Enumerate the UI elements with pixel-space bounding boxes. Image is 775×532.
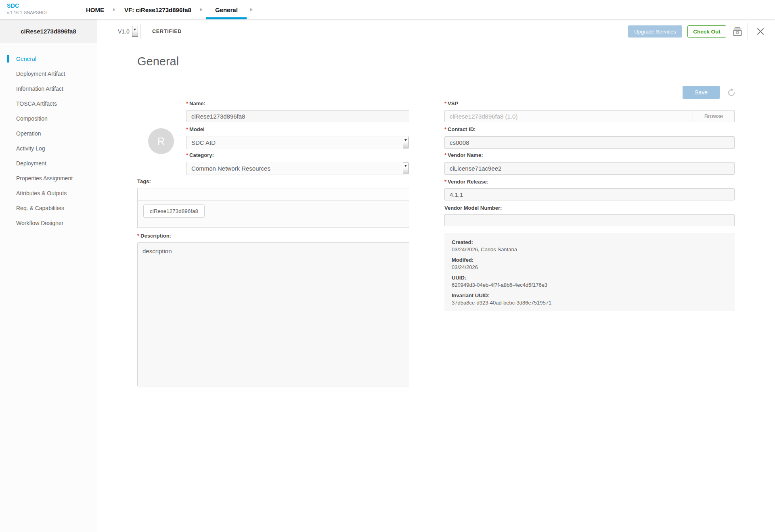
breadcrumb: HOME VF: ciRese1273d896fa8 General xyxy=(81,0,256,19)
vendor-model-number-input[interactable] xyxy=(444,214,735,226)
contact-id-input[interactable] xyxy=(444,136,735,149)
name-input[interactable] xyxy=(186,110,409,122)
sidebar-item-label: Properties Assignment xyxy=(16,175,73,182)
contact-id-label: *Contact ID: xyxy=(444,126,475,132)
required-marker: * xyxy=(444,126,446,132)
meta-label: Invariant UUID: xyxy=(452,292,727,299)
upgrade-services-button[interactable]: Upgrade Services xyxy=(628,25,682,38)
required-marker: * xyxy=(444,152,446,158)
sidebar-item-label: Deployment Artifact xyxy=(16,71,65,77)
tags-label: Tags: xyxy=(137,178,151,184)
archive-icon[interactable] xyxy=(732,26,743,37)
close-icon[interactable] xyxy=(756,27,765,36)
meta-uuid: UUID: 620949d3-04eb-4f7f-a8b6-4ec4d5f176… xyxy=(452,274,727,289)
breadcrumb-home[interactable]: HOME xyxy=(81,0,109,19)
vendor-release-label: *Vendor Release: xyxy=(444,179,488,185)
sidebar-item-activity-log[interactable]: Activity Log xyxy=(0,141,97,156)
required-marker: * xyxy=(137,233,139,239)
header-divider xyxy=(140,24,140,39)
chevron-right-icon xyxy=(200,8,203,11)
sidebar-item-general[interactable]: General xyxy=(0,51,97,66)
sidebar-item-label: Operation xyxy=(16,130,41,137)
revert-icon[interactable] xyxy=(727,88,736,97)
description-textarea[interactable]: description xyxy=(137,242,409,386)
top-nav: SDC v.1.16.1-SNAPSHOT HOME VF: ciRese127… xyxy=(0,0,775,19)
breadcrumb-vf[interactable]: VF: ciRese1273d896fa8 xyxy=(119,0,197,19)
vendor-name-input[interactable] xyxy=(444,162,735,175)
category-select-value: Common Network Resources xyxy=(191,165,270,172)
chevron-down-icon xyxy=(403,137,408,148)
check-out-button[interactable]: Check Out xyxy=(687,25,726,38)
sdc-version-text: v.1.16.1-SNAPSHOT xyxy=(7,10,48,15)
sidebar-item-attributes-outputs[interactable]: Attributes & Outputs xyxy=(0,186,97,200)
asset-header-bar: ciRese1273d896fa8 V1.0 CERTIFIED Upgrade… xyxy=(0,19,775,43)
sidebar-item-workflow-designer[interactable]: Workflow Designer xyxy=(0,215,97,230)
required-marker: * xyxy=(186,100,188,106)
sidebar-item-req-capabilities[interactable]: Req. & Capabilities xyxy=(0,200,97,215)
sidebar-item-label: Attributes & Outputs xyxy=(16,190,67,196)
sidebar-item-deployment[interactable]: Deployment xyxy=(0,156,97,171)
required-marker: * xyxy=(186,152,188,158)
sidebar-item-deployment-artifact[interactable]: Deployment Artifact xyxy=(0,66,97,81)
sidebar-item-composition[interactable]: Composition xyxy=(0,111,97,126)
tags-chip-panel: ciRese1273d896fa8 xyxy=(137,200,409,228)
chevron-right-icon xyxy=(113,8,115,11)
required-marker: * xyxy=(444,100,446,106)
meta-label: Modifed: xyxy=(452,257,727,264)
category-select[interactable]: Common Network Resources xyxy=(186,162,409,175)
description-label: *Description: xyxy=(137,233,171,239)
required-marker: * xyxy=(444,179,446,185)
version-selector-value: V1.0 xyxy=(118,19,130,43)
vendor-model-number-label: Vendor Model Number: xyxy=(444,205,502,211)
sidebar-item-label: Activity Log xyxy=(16,145,45,152)
general-content: General Save R *Name: *Model SDC AID *Ca… xyxy=(97,43,775,532)
meta-value: 620949d3-04eb-4f7f-a8b6-4ec4d5f176e3 xyxy=(452,282,727,289)
vendor-name-label: *Vendor Name: xyxy=(444,152,483,158)
version-selector-dropdown[interactable] xyxy=(132,26,138,37)
sdc-app: SDC v.1.16.1-SNAPSHOT HOME VF: ciRese127… xyxy=(0,0,775,532)
name-label: *Name: xyxy=(186,100,205,106)
lifecycle-state-badge: CERTIFIED xyxy=(152,19,182,43)
sidebar-item-operation[interactable]: Operation xyxy=(0,126,97,141)
sidebar-item-properties-assignment[interactable]: Properties Assignment xyxy=(0,171,97,186)
meta-value: 03/24/2026, Carlos Santana xyxy=(452,246,727,253)
meta-value: 03/24/2026 xyxy=(452,264,727,271)
sidebar-item-label: Req. & Capabilities xyxy=(16,205,64,211)
vendor-release-input[interactable] xyxy=(444,188,735,200)
sdc-logo[interactable]: SDC v.1.16.1-SNAPSHOT xyxy=(7,3,48,15)
asset-title: ciRese1273d896fa8 xyxy=(0,19,97,43)
sidebar-item-label: Workflow Designer xyxy=(16,220,63,226)
model-select-value: SDC AID xyxy=(191,139,216,146)
tags-input[interactable] xyxy=(137,188,409,200)
save-button[interactable]: Save xyxy=(683,86,720,99)
meta-modified: Modifed: 03/24/2026 xyxy=(452,257,727,271)
header-button-divider xyxy=(748,23,748,40)
sidebar-item-label: TOSCA Artifacts xyxy=(16,100,57,107)
sdc-logo-text: SDC xyxy=(7,3,48,8)
sidebar-item-information-artifact[interactable]: Information Artifact xyxy=(0,81,97,96)
vsp-field: ciRese1273d896fa8 (1.0) Browse xyxy=(444,110,735,122)
model-label: *Model xyxy=(186,126,205,132)
chevron-right-icon xyxy=(250,8,253,11)
sidebar-item-tosca-artifacts[interactable]: TOSCA Artifacts xyxy=(0,96,97,111)
active-indicator-bar xyxy=(7,55,9,63)
breadcrumb-general-active[interactable]: General xyxy=(206,0,247,19)
browse-button[interactable]: Browse xyxy=(693,111,734,122)
page-title: General xyxy=(137,55,179,68)
sidebar-item-label: Information Artifact xyxy=(16,86,63,92)
meta-label: Created: xyxy=(452,239,727,246)
sidebar-item-label: General xyxy=(16,56,36,62)
model-select[interactable]: SDC AID xyxy=(186,136,409,149)
meta-created: Created: 03/24/2026, Carlos Santana xyxy=(452,239,727,253)
sidebar-item-label: Deployment xyxy=(16,160,46,167)
sidebar-item-label: Composition xyxy=(16,115,48,122)
left-menu: General Deployment Artifact Information … xyxy=(0,43,97,532)
chevron-down-icon xyxy=(403,163,408,174)
required-marker: * xyxy=(186,126,188,132)
avatar: R xyxy=(148,128,174,154)
meta-label: UUID: xyxy=(452,274,727,282)
tag-chip[interactable]: ciRese1273d896fa8 xyxy=(143,204,205,218)
meta-invariant-uuid: Invariant UUID: 37d5a8ce-d323-40ad-bebc-… xyxy=(452,292,727,307)
vsp-value: ciRese1273d896fa8 (1.0) xyxy=(445,111,693,122)
avatar-letter: R xyxy=(157,136,165,147)
